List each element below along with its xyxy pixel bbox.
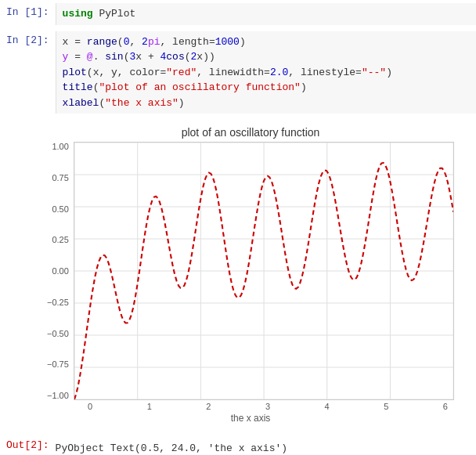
y-tick-2: −0.50 [47,329,69,338]
code-line-4: title("plot of an oscillatory function") [63,80,470,96]
x-tick-0: 0 [88,402,92,411]
chart-inner [74,142,454,400]
output-2-label: Out[2]: [0,436,56,455]
code-line-1: x = range(0, 2pi, length=1000) [63,34,470,50]
x-axis-labels: 0 1 2 3 4 5 6 [47,402,454,411]
module-pyplot: PyPlot [99,8,135,20]
y-tick-8: 1.00 [52,142,68,151]
cell-2: In [2]: x = range(0, 2pi, length=1000) y… [0,28,476,117]
code-line-5: xlabel("the x axis") [63,96,470,111]
x-tick-1: 1 [147,402,152,411]
y-tick-4: 0.00 [52,266,68,276]
y-tick-7: 0.75 [52,173,68,182]
code-line-3: plot(x, y, color="red", linewidth=2.0, l… [63,65,470,81]
keyword-using: using [63,8,99,20]
x-tick-6: 6 [443,402,448,411]
cell-1: In [1]: using PyPlot [0,0,476,28]
output-2-text: PyObject Text(0.5, 24.0, 'the x axis') [56,439,476,455]
cell-1-label: In [1]: [0,3,56,25]
plot-output: plot of an oscillatory function 1.00 0.7… [0,117,476,433]
y-tick-1: −0.75 [47,359,69,369]
output-cell-2: Out[2]: PyObject Text(0.5, 24.0, 'the x … [0,433,476,455]
x-tick-5: 5 [384,402,388,411]
x-tick-2: 2 [206,402,211,411]
x-tick-3: 3 [265,402,270,411]
plot-svg [74,143,453,399]
y-tick-3: −0.25 [47,298,69,307]
cell-2-label: In [2]: [0,31,56,114]
x-axis-title: the x axis [47,413,454,424]
y-tick-5: 0.25 [52,235,68,244]
y-axis-labels: 1.00 0.75 0.50 0.25 0.00 −0.25 −0.50 −0.… [47,142,74,400]
plot-label-empty [0,120,47,430]
x-tick-4: 4 [325,402,330,411]
plot-title: plot of an oscillatory function [47,126,454,139]
y-tick-6: 0.50 [52,204,68,214]
cell-1-content[interactable]: using PyPlot [56,3,476,25]
code-line-2: y = @. sin(3x + 4cos(2x)) [63,49,470,65]
y-tick-0: −1.00 [47,391,69,400]
plot-area: plot of an oscillatory function 1.00 0.7… [47,126,454,424]
cell-2-content[interactable]: x = range(0, 2pi, length=1000) y = @. si… [56,31,476,114]
output-2-content: PyObject Text(0.5, 24.0, 'the x axis') [56,436,476,455]
